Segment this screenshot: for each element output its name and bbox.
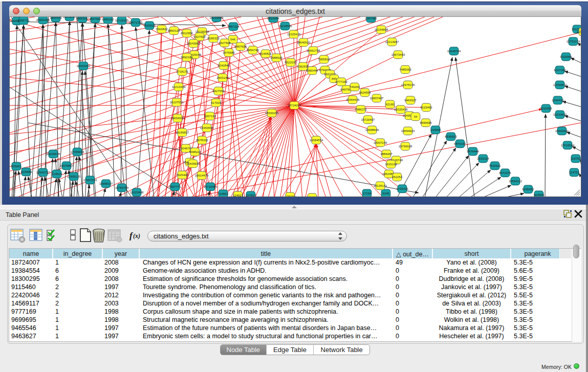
- svg-text:1837979: 1837979: [50, 17, 62, 19]
- svg-text:8678332: 8678332: [196, 139, 208, 142]
- svg-text:3215955: 3215955: [540, 107, 552, 110]
- svg-text:9329966: 9329966: [560, 55, 572, 58]
- svg-text:10807487: 10807487: [370, 97, 384, 100]
- svg-text:8427552: 8427552: [212, 90, 225, 93]
- svg-text:1527602: 1527602: [89, 17, 101, 20]
- svg-text:16782759: 16782759: [115, 186, 129, 189]
- svg-text:6879197: 6879197: [454, 142, 466, 145]
- svg-text:8813054: 8813054: [267, 17, 279, 20]
- svg-text:252254: 252254: [392, 176, 403, 179]
- svg-text:16671355: 16671355: [129, 21, 143, 24]
- svg-text:20991406: 20991406: [36, 18, 50, 21]
- svg-text:1615132: 1615132: [385, 163, 397, 166]
- svg-text:1733426: 1733426: [396, 187, 408, 190]
- svg-text:98243: 98243: [308, 196, 317, 196]
- svg-text:7986372: 7986372: [355, 108, 367, 111]
- svg-text:124753: 124753: [569, 171, 580, 174]
- svg-text:8322037: 8322037: [285, 61, 297, 64]
- svg-text:16914479: 16914479: [195, 174, 209, 177]
- svg-text:10025438: 10025438: [394, 108, 408, 111]
- svg-text:16961758: 16961758: [307, 49, 320, 52]
- svg-text:16648784: 16648784: [447, 50, 461, 53]
- svg-text:17957253: 17957253: [83, 179, 97, 182]
- svg-text:8454749: 8454749: [247, 49, 259, 52]
- svg-text:15720407: 15720407: [361, 118, 375, 121]
- svg-text:19218506: 19218506: [278, 25, 292, 28]
- svg-text:16033809: 16033809: [210, 17, 224, 19]
- svg-text:8186323: 8186323: [207, 37, 220, 40]
- svg-text:746266: 746266: [350, 85, 360, 89]
- svg-text:114519: 114519: [52, 172, 62, 176]
- svg-text:9115460: 9115460: [421, 106, 433, 109]
- svg-text:12213967: 12213967: [385, 40, 399, 43]
- svg-text:7632621: 7632621: [489, 164, 501, 167]
- svg-text:15692901: 15692901: [555, 129, 569, 133]
- svg-text:7625402: 7625402: [176, 173, 188, 177]
- svg-text:8471676: 8471676: [499, 171, 511, 174]
- svg-text:9890184: 9890184: [181, 56, 193, 59]
- svg-text:9474444: 9474444: [467, 150, 479, 153]
- svg-text:9227342: 9227342: [554, 69, 566, 72]
- svg-text:2055721: 2055721: [17, 19, 30, 22]
- svg-text:8912954: 8912954: [181, 32, 193, 35]
- svg-text:3624554: 3624554: [359, 91, 371, 94]
- svg-text:20053342: 20053342: [77, 64, 91, 68]
- svg-text:10853267: 10853267: [76, 17, 90, 20]
- svg-text:12213369: 12213369: [172, 85, 186, 89]
- svg-text:10688609: 10688609: [365, 128, 379, 132]
- svg-text:9463627: 9463627: [404, 99, 417, 102]
- svg-text:1864091: 1864091: [580, 46, 581, 49]
- svg-text:17359934: 17359934: [71, 150, 84, 154]
- svg-text:19756928: 19756928: [399, 145, 412, 148]
- svg-text:12942757: 12942757: [36, 171, 50, 174]
- svg-text:19654933: 19654933: [171, 117, 185, 120]
- svg-text:10853267: 10853267: [63, 17, 77, 18]
- svg-text:2603144: 2603144: [216, 76, 229, 79]
- svg-text:18300295: 18300295: [265, 112, 279, 115]
- svg-text:15409939: 15409939: [186, 162, 200, 165]
- svg-text:9777169: 9777169: [335, 80, 347, 83]
- svg-text:144095: 144095: [430, 128, 441, 132]
- svg-text:1115689: 1115689: [20, 170, 32, 173]
- svg-text:12093872: 12093872: [553, 83, 567, 86]
- svg-text:9245652: 9245652: [522, 188, 534, 191]
- svg-text:12905135: 12905135: [67, 175, 81, 178]
- svg-text:835061: 835061: [11, 165, 22, 168]
- svg-text:17016504: 17016504: [561, 144, 575, 147]
- svg-text:10719155: 10719155: [115, 19, 129, 22]
- svg-text:9327500: 9327500: [193, 35, 206, 38]
- svg-text:12975135: 12975135: [401, 83, 415, 86]
- svg-text:124919: 124919: [233, 194, 244, 196]
- svg-text:19166827: 19166827: [176, 131, 189, 134]
- svg-text:20206578: 20206578: [47, 152, 60, 156]
- svg-text:546: 546: [230, 38, 236, 41]
- svg-text:17164: 17164: [363, 192, 372, 195]
- svg-text:14136141: 14136141: [374, 184, 387, 187]
- svg-text:11325419: 11325419: [287, 33, 301, 36]
- svg-text:19654923: 19654923: [401, 129, 415, 133]
- svg-text:1244415: 1244415: [552, 99, 564, 102]
- svg-text:2718176: 2718176: [176, 70, 188, 73]
- svg-text:9699695: 9699695: [420, 121, 432, 124]
- svg-text:9245: 9245: [382, 192, 389, 195]
- svg-text:16543862: 16543862: [187, 42, 201, 45]
- svg-text:2933114: 2933114: [477, 157, 490, 160]
- svg-text:16154808: 16154808: [375, 28, 388, 31]
- svg-text:8990444: 8990444: [306, 69, 318, 72]
- svg-text:3884067: 3884067: [380, 152, 393, 156]
- svg-text:10654112: 10654112: [509, 180, 522, 183]
- svg-text:13353594: 13353594: [200, 126, 214, 129]
- svg-text:116753: 116753: [571, 157, 581, 160]
- svg-text:107827: 107827: [246, 194, 256, 196]
- svg-text:7663822: 7663822: [156, 28, 168, 31]
- svg-text:18724007: 18724007: [288, 104, 301, 107]
- svg-text:18640910: 18640910: [297, 41, 311, 44]
- svg-text:2087682: 2087682: [365, 17, 377, 20]
- svg-text:124553: 124553: [218, 192, 229, 195]
- svg-text:18307249: 18307249: [374, 141, 387, 144]
- svg-text:(x): (x): [133, 232, 140, 239]
- svg-text:3675685: 3675685: [223, 51, 235, 54]
- svg-text:9657771: 9657771: [169, 185, 181, 188]
- svg-text:1362635: 1362635: [297, 65, 309, 68]
- svg-text:15751074: 15751074: [567, 40, 580, 43]
